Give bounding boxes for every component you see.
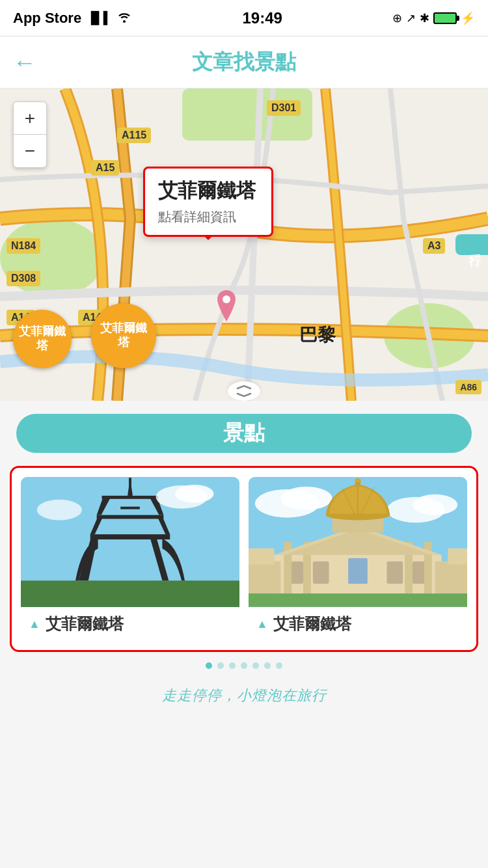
card-2-label: ▲ 艾菲爾鐵塔 (249, 607, 467, 641)
svg-rect-6 (21, 580, 239, 606)
screen-icon: ⊕ (392, 11, 402, 25)
dot-7[interactable] (276, 662, 282, 669)
page-title: 文章找景點 (192, 48, 296, 77)
svg-point-21 (37, 500, 82, 521)
footer-watermark: 走走停停，小燈泡在旅行 (0, 679, 488, 718)
road-label-a115: A115 (117, 128, 151, 143)
map-background (0, 88, 488, 401)
svg-rect-45 (249, 562, 280, 593)
card-2-title: 艾菲爾鐵塔 (273, 614, 351, 634)
card-2-image (249, 477, 467, 607)
road-label-a15: A15 (91, 160, 119, 176)
svg-point-24 (280, 487, 332, 510)
location-icon: ↗ (406, 11, 416, 25)
card-1[interactable]: ▲ 艾菲爾鐵塔 (21, 477, 239, 641)
road-label-n184: N184 (7, 238, 40, 254)
dot-2[interactable] (217, 662, 224, 669)
road-label-d308: D308 (7, 271, 40, 286)
app-store-label: App Store (13, 10, 81, 27)
status-time: 19:49 (243, 9, 282, 27)
svg-point-20 (175, 485, 213, 503)
svg-rect-46 (435, 562, 467, 593)
svg-rect-12 (97, 515, 164, 519)
zoom-out-button[interactable]: − (14, 135, 46, 167)
watermark-text: 走走停停，小燈泡在旅行 (162, 687, 327, 703)
battery-icon (433, 12, 457, 24)
nav-bar: ← 文章找景點 (0, 36, 488, 88)
road-label-a86: A86 (455, 380, 481, 394)
card-1-icon: ▲ (29, 617, 40, 631)
map-area[interactable]: D301 A115 A15 N184 D308 A14 A14 A3 巴黎 A8… (0, 88, 488, 401)
status-left: App Store ▐▌▌ (13, 10, 132, 27)
bluetooth-icon: ✱ (420, 11, 429, 25)
cards-section: ▲ 艾菲爾鐵塔 (10, 466, 478, 652)
map-popup[interactable]: 艾菲爾鐵塔 點看詳細資訊 (143, 167, 273, 237)
svg-rect-18 (120, 507, 140, 509)
road-label-a3: A3 (423, 238, 445, 254)
popup-subtitle: 點看詳細資訊 (158, 208, 258, 226)
signal-icon: ▐▌▌ (87, 11, 111, 25)
road-label-d301: D301 (267, 100, 301, 116)
svg-rect-9 (90, 534, 170, 539)
dot-4[interactable] (241, 662, 247, 669)
svg-point-26 (413, 495, 457, 515)
svg-rect-48 (448, 549, 467, 565)
map-roads-svg (0, 88, 488, 401)
cluster-1[interactable]: 艾菲爾鐵 塔 (13, 310, 72, 368)
card-2[interactable]: ▲ 艾菲爾鐵塔 (249, 477, 467, 641)
zoom-in-button[interactable]: + (14, 102, 46, 135)
section-label-text: 景點 (223, 419, 265, 448)
card-1-title: 艾菲爾鐵塔 (46, 614, 124, 634)
svg-rect-47 (249, 549, 275, 565)
svg-rect-30 (313, 562, 329, 584)
map-controls: + − (13, 102, 47, 168)
cluster-1-label: 艾菲爾鐵 塔 (19, 325, 66, 353)
expand-toggle[interactable] (228, 381, 260, 401)
map-marker[interactable] (215, 290, 238, 324)
section-label-button[interactable]: 景點 (16, 414, 472, 453)
svg-rect-32 (386, 562, 403, 584)
dot-6[interactable] (264, 662, 271, 669)
dot-3[interactable] (229, 662, 236, 669)
status-bar: App Store ▐▌▌ 19:49 ⊕ ↗ ✱ ⚡ (0, 0, 488, 36)
cluster-2-label: 艾菲爾鐵 塔 (100, 321, 147, 349)
cluster-2[interactable]: 艾菲爾鐵 塔 (91, 303, 156, 368)
wifi-icon (116, 10, 132, 27)
pagination (0, 652, 488, 679)
status-right: ⊕ ↗ ✱ ⚡ (392, 11, 475, 25)
dot-5[interactable] (252, 662, 259, 669)
card-1-label: ▲ 艾菲爾鐵塔 (21, 607, 239, 641)
charging-icon: ⚡ (461, 11, 475, 25)
back-button[interactable]: ← (13, 49, 36, 76)
svg-rect-17 (129, 478, 131, 497)
route-button[interactable]: 行程 (455, 234, 488, 255)
city-label-paris: 巴黎 (299, 323, 336, 347)
card-1-image (21, 477, 239, 607)
card-2-icon: ▲ (256, 617, 268, 631)
svg-rect-31 (348, 558, 368, 584)
popup-title: 艾菲爾鐵塔 (158, 178, 258, 204)
svg-point-4 (223, 295, 230, 303)
dot-1[interactable] (206, 662, 212, 669)
